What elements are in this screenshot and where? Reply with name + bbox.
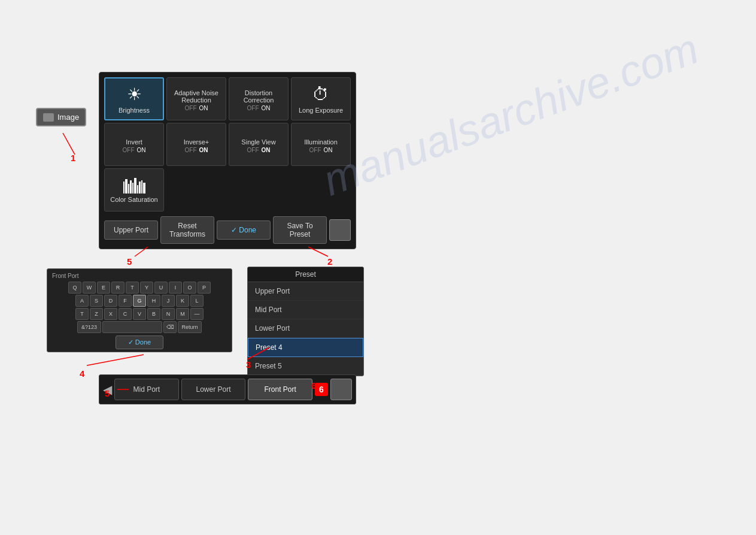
port-menu-button[interactable] [330, 379, 352, 400]
key-v[interactable]: V [133, 308, 146, 320]
done-button[interactable]: ✓ Done [217, 220, 271, 240]
preset-mid-port[interactable]: Mid Port [248, 301, 363, 319]
svg-line-3 [87, 355, 144, 365]
reset-transforms-button[interactable]: Reset Transforms [160, 216, 214, 244]
key-l[interactable]: L [190, 295, 204, 307]
key-m[interactable]: M [176, 308, 189, 320]
invert-label: Invert [126, 138, 142, 146]
distortion-label: Distortion Correction [232, 89, 286, 104]
inverse-plus-toggle: OFF ON [185, 147, 208, 153]
empty-cell-2 [229, 168, 289, 211]
feature-grid-row1: ☀ Brightness Adaptive Noise Reduction OF… [104, 77, 351, 120]
key-b[interactable]: B [147, 308, 160, 320]
illumination-toggle: OFF ON [309, 147, 333, 153]
key-space[interactable] [102, 321, 162, 333]
inverse-plus-button[interactable]: Inverse+ OFF ON [166, 123, 226, 166]
distortion-toggle: OFF ON [247, 105, 271, 111]
illumination-label: Illumination [304, 138, 338, 146]
image-label: Image [57, 113, 79, 122]
callout-label-5a: 5 [127, 256, 132, 267]
adaptive-noise-toggle: OFF ON [185, 105, 208, 111]
color-saturation-button[interactable]: Color Saturation [104, 168, 164, 211]
keyboard-title: Front Port [50, 271, 229, 282]
stopwatch-icon: ⏱ [312, 84, 329, 104]
key-j[interactable]: J [162, 295, 175, 307]
adaptive-noise-button[interactable]: Adaptive Noise Reduction OFF ON [166, 77, 226, 120]
key-e[interactable]: E [97, 282, 110, 294]
keyboard-row-4: &?123 ⌫ Return [50, 321, 229, 333]
watermark: manualsarchive.com [317, 24, 705, 205]
key-x[interactable]: X [104, 308, 117, 320]
sun-icon: ☀ [127, 84, 142, 104]
single-view-button[interactable]: Single View OFF ON [229, 123, 289, 166]
preset-title: Preset [248, 267, 363, 282]
key-i[interactable]: I [169, 282, 182, 294]
lower-port-button[interactable]: Lower Port [181, 379, 246, 400]
key-f[interactable]: F [119, 295, 132, 307]
key-h[interactable]: H [147, 295, 160, 307]
inverse-plus-label: Inverse+ [184, 138, 210, 146]
image-button[interactable]: Image [36, 108, 86, 126]
distortion-correction-button[interactable]: Distortion Correction OFF ON [229, 77, 289, 120]
preset-panel: Preset Upper Port Mid Port Lower Port Pr… [247, 267, 364, 376]
key-t[interactable]: T [126, 282, 139, 294]
key-k[interactable]: K [176, 295, 189, 307]
key-p[interactable]: P [198, 282, 211, 294]
callout-label-2: 2 [327, 256, 332, 267]
key-a[interactable]: A [75, 295, 89, 307]
key-backspace[interactable]: ⌫ [163, 321, 177, 333]
long-exposure-label: Long Exposure [299, 107, 343, 114]
keyboard-panel: Front Port Q W E R T Y U I O P A S D F G… [47, 268, 232, 352]
callout-label-6: 6 [311, 380, 316, 391]
preset-5[interactable]: Preset 5 [248, 357, 363, 376]
long-exposure-button[interactable]: ⏱ Long Exposure [291, 77, 351, 120]
key-y[interactable]: Y [140, 282, 153, 294]
feature-grid-row2: Invert OFF ON Inverse+ OFF ON Single Vie… [104, 123, 351, 166]
keyboard-done-row: ✓ Done [50, 335, 229, 349]
svg-line-0 [63, 133, 75, 155]
menu-button[interactable] [329, 219, 351, 241]
callout-label-1: 1 [71, 153, 75, 163]
key-t2[interactable]: T [75, 308, 89, 320]
bottom-toolbar: Upper Port Reset Transforms ✓ Done Save … [104, 216, 351, 244]
mid-port-button[interactable]: Mid Port [114, 379, 179, 400]
key-z[interactable]: Z [90, 308, 103, 320]
callout-label-4: 4 [80, 368, 84, 379]
keyboard-row-3: T Z X C V B N M — [50, 308, 229, 320]
key-s[interactable]: S [90, 295, 103, 307]
invert-toggle: OFF ON [123, 147, 146, 153]
invert-button[interactable]: Invert OFF ON [104, 123, 164, 166]
keyboard-done-button[interactable]: ✓ Done [116, 335, 163, 349]
keyboard-row-2: A S D F G H J K L [50, 295, 229, 307]
key-n[interactable]: N [162, 308, 175, 320]
key-o[interactable]: O [183, 282, 196, 294]
empty-cell-1 [166, 168, 226, 211]
callout-label-3: 3 [246, 359, 251, 370]
upper-port-button[interactable]: Upper Port [104, 220, 158, 240]
key-u[interactable]: U [154, 282, 168, 294]
image-icon [43, 113, 54, 122]
key-dash[interactable]: — [190, 308, 204, 320]
brightness-button[interactable]: ☀ Brightness [104, 77, 164, 120]
port-badge: 6 [315, 383, 328, 396]
key-q[interactable]: Q [68, 282, 81, 294]
save-to-preset-button[interactable]: Save To Preset [273, 216, 327, 244]
callout-label-5b: 5 [105, 388, 110, 398]
adaptive-noise-label: Adaptive Noise Reduction [169, 89, 223, 104]
key-c[interactable]: C [119, 308, 132, 320]
brightness-label: Brightness [119, 107, 150, 114]
key-return[interactable]: Return [178, 321, 202, 333]
illumination-button[interactable]: Illumination OFF ON [291, 123, 351, 166]
empty-cell-3 [291, 168, 351, 211]
front-port-button[interactable]: Front Port [248, 379, 312, 400]
preset-lower-port[interactable]: Lower Port [248, 319, 363, 338]
key-d[interactable]: D [104, 295, 117, 307]
port-bar: ◀ Mid Port Lower Port Front Port 6 [99, 374, 356, 404]
main-panel: ☀ Brightness Adaptive Noise Reduction OF… [99, 72, 356, 249]
key-g[interactable]: G [133, 295, 146, 307]
preset-4[interactable]: Preset 4 [248, 338, 363, 357]
key-r[interactable]: R [111, 282, 125, 294]
preset-upper-port[interactable]: Upper Port [248, 282, 363, 301]
key-symbols[interactable]: &?123 [77, 321, 101, 333]
key-w[interactable]: W [83, 282, 96, 294]
